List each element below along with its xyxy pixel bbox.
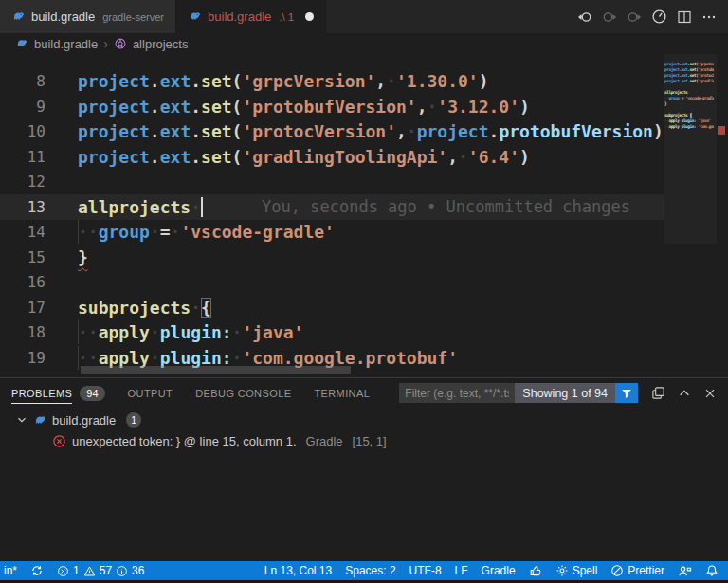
- code-line-11[interactable]: 11project.ext.set('gradlingToolingApi',·…: [0, 144, 664, 170]
- line-content: ··apply·plugin:·'com.google.protobuf': [46, 348, 458, 368]
- navigate-back-icon[interactable]: [577, 9, 592, 25]
- code-line-15[interactable]: 15}: [0, 245, 664, 270]
- code-line-10[interactable]: 10project.ext.set('protocVersion',·proje…: [0, 119, 664, 145]
- code-line-18[interactable]: 18··apply·plugin:·'java': [0, 320, 664, 346]
- gradle-file-icon: [188, 9, 202, 24]
- navigate-forward-icon[interactable]: [602, 9, 617, 25]
- spell-checker-item[interactable]: Spell: [555, 564, 598, 577]
- filter-funnel-icon[interactable]: [615, 383, 638, 403]
- code-line-14[interactable]: 14··group·=·'vscode-gradle': [0, 220, 664, 246]
- text-cursor: [201, 197, 203, 217]
- line-number: 12: [0, 173, 46, 191]
- indentation-item[interactable]: Spaces: 2: [345, 564, 395, 577]
- git-branch-item[interactable]: in*: [4, 564, 17, 577]
- line-number: 17: [0, 299, 46, 317]
- sync-icon[interactable]: [30, 564, 44, 577]
- line-number: 18: [0, 323, 46, 341]
- modified-dot-icon[interactable]: [305, 12, 314, 21]
- gradle-file-icon: [33, 413, 47, 428]
- error-icon: [52, 434, 66, 448]
- more-actions-icon[interactable]: [701, 9, 717, 25]
- warning-count: 57: [100, 564, 112, 577]
- navigate-last-edit-icon[interactable]: [627, 9, 642, 25]
- code-line-12[interactable]: 12: [0, 170, 664, 195]
- open-in-editor-icon[interactable]: [651, 386, 665, 400]
- prettier-item[interactable]: Prettier: [610, 564, 664, 577]
- status-bar: in* 1 57 36 Ln 13, Col 13 Spaces: 2 UTF-…: [0, 561, 728, 580]
- problem-position: [15, 1]: [353, 434, 387, 448]
- code-line-17[interactable]: 17subprojects·{: [0, 295, 664, 320]
- line-content: subprojects·{: [46, 298, 211, 318]
- minimap[interactable]: project.ext.set('grpcVersion',·'1.30.0')…: [664, 56, 714, 130]
- problems-status-item[interactable]: 1 57 36: [57, 564, 144, 577]
- chevron-right-icon: ›: [103, 36, 108, 51]
- panel-tabs: PROBLEMS 94 OUTPUT DEBUG CONSOLE TERMINA…: [11, 378, 370, 408]
- line-content: ··group·=·'vscode-gradle': [46, 222, 335, 242]
- panel-toolbar: Showing 1 of 94: [399, 383, 717, 403]
- spell-label: Spell: [573, 564, 598, 577]
- panel-action-icons: [651, 386, 717, 400]
- overview-ruler-error-mark: [718, 126, 725, 135]
- line-content: project.ext.set('grpcVersion',·'1.30.0'): [46, 71, 489, 91]
- problems-filter-widget: Showing 1 of 94: [399, 383, 638, 403]
- line-number: 8: [0, 72, 46, 90]
- filter-results-count: Showing 1 of 94: [515, 383, 615, 403]
- status-bar-right: Ln 13, Col 13 Spaces: 2 UTF-8 LF Gradle …: [264, 564, 719, 578]
- tab-label: build.gradle: [208, 9, 271, 24]
- line-number: 19: [0, 349, 46, 367]
- code-line-13[interactable]: 13allprojects·You, seconds ago • Uncommi…: [0, 194, 664, 220]
- tab-build-gradle-server[interactable]: build.gradle gradle-server: [0, 0, 176, 33]
- feedback-icon[interactable]: [678, 564, 692, 578]
- info-count: 36: [132, 564, 144, 577]
- close-panel-icon[interactable]: [703, 387, 717, 400]
- symbol-module-icon: [114, 37, 127, 50]
- notifications-bell-icon[interactable]: [705, 564, 719, 577]
- file-problem-count-badge: 1: [126, 412, 141, 428]
- tab-terminal[interactable]: TERMINAL: [314, 378, 370, 408]
- thumbs-up-icon[interactable]: [529, 564, 542, 577]
- git-blame-annotation: You, seconds ago • Uncommitted changes: [262, 197, 630, 216]
- line-content: allprojects·You, seconds ago • Uncommitt…: [46, 197, 630, 217]
- tab-debug-console[interactable]: DEBUG CONSOLE: [195, 378, 291, 408]
- minimap-line: ··apply·plugin:·'com.google.protobuf': [664, 124, 714, 130]
- eol-item[interactable]: LF: [455, 564, 468, 577]
- error-count: 1: [73, 564, 80, 577]
- language-mode-item[interactable]: Gradle: [482, 564, 516, 577]
- horizontal-scrollbar[interactable]: [81, 366, 351, 374]
- problems-filter-input[interactable]: [399, 383, 515, 403]
- code-line-7[interactable]: 7: [0, 54, 664, 69]
- line-content: project.ext.set('protocVersion',·project…: [46, 121, 664, 141]
- code-line-9[interactable]: 9project.ext.set('protobufVersion',·'3.1…: [0, 94, 664, 119]
- line-number: 14: [0, 223, 46, 241]
- cursor-position-item[interactable]: Ln 13, Col 13: [264, 564, 332, 577]
- line-content: ··apply·plugin:·'java': [46, 322, 303, 342]
- breadcrumb: build.gradle › allprojects: [0, 33, 728, 54]
- code-editor[interactable]: 78project.ext.set('grpcVersion',·'1.30.0…: [0, 54, 728, 377]
- code-line-16[interactable]: 16: [0, 270, 664, 296]
- vscode-window: build.gradle gradle-server build.gradle …: [0, 0, 728, 583]
- gradle-file-icon: [15, 37, 28, 50]
- tab-problems[interactable]: PROBLEMS 94: [11, 378, 105, 408]
- problem-row[interactable]: unexpected token: } @ line 15, column 1.…: [0, 430, 728, 451]
- tab-output[interactable]: OUTPUT: [128, 378, 173, 408]
- minimap-area: project.ext.set('grpcVersion',·'1.30.0')…: [664, 54, 728, 377]
- tab-problem-badge: .\ 1: [279, 11, 294, 23]
- tab-build-gradle[interactable]: build.gradle .\ 1: [176, 0, 326, 33]
- problems-file-row[interactable]: build.gradle 1: [0, 410, 728, 430]
- tab-label: build.gradle: [31, 9, 95, 24]
- code-line-8[interactable]: 8project.ext.set('grpcVersion',·'1.30.0'…: [0, 69, 664, 95]
- editor-tab-bar: build.gradle gradle-server build.gradle …: [0, 0, 728, 33]
- panel-header: PROBLEMS 94 OUTPUT DEBUG CONSOLE TERMINA…: [0, 378, 728, 408]
- prettier-label: Prettier: [628, 564, 664, 577]
- run-gradle-task-icon[interactable]: [651, 9, 667, 25]
- tab-description: gradle-server: [102, 11, 164, 23]
- breadcrumb-symbol[interactable]: allprojects: [133, 37, 189, 51]
- maximize-panel-icon[interactable]: [678, 387, 691, 400]
- line-number: 10: [0, 122, 46, 140]
- line-content: }: [46, 247, 88, 267]
- split-editor-icon[interactable]: [677, 9, 692, 25]
- breadcrumb-file[interactable]: build.gradle: [34, 37, 98, 51]
- encoding-item[interactable]: UTF-8: [410, 564, 442, 577]
- problems-tree: build.gradle 1 unexpected token: } @ lin…: [0, 408, 728, 451]
- problems-file-name: build.gradle: [52, 413, 116, 428]
